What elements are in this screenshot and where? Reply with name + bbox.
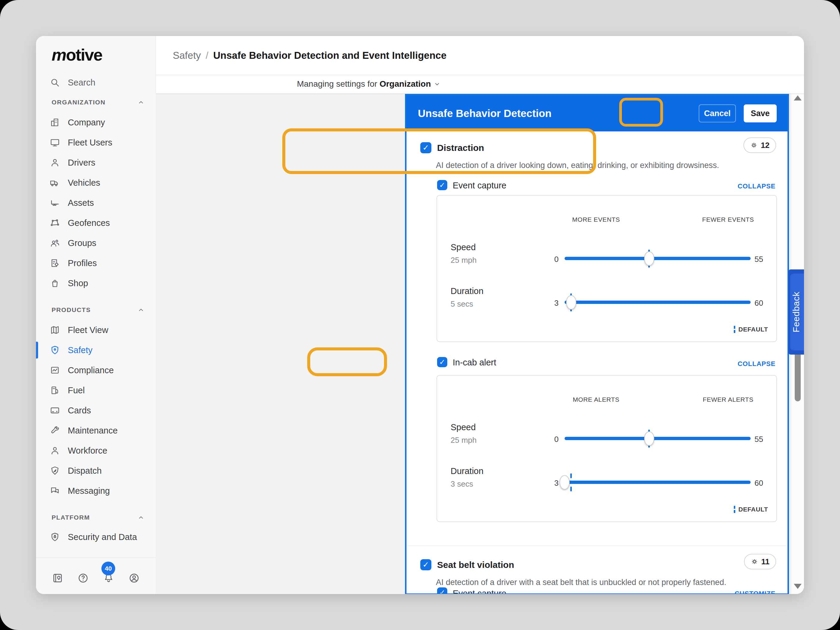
seat-belt-checkbox[interactable]: ✓: [420, 559, 431, 570]
breadcrumb-separator: /: [206, 50, 208, 61]
cancel-button[interactable]: Cancel: [699, 104, 736, 122]
compass-shield-icon: [50, 466, 60, 476]
truck-icon: [50, 178, 60, 188]
logbook-button[interactable]: [51, 572, 64, 585]
chevron-up-icon: [137, 306, 145, 314]
section-label: PLATFORM: [52, 514, 90, 521]
sidebar-item-maintenance[interactable]: Maintenance: [50, 422, 151, 439]
seat-belt-event-capture-checkbox[interactable]: ✓: [437, 587, 447, 594]
duration-slider-track[interactable]: [565, 481, 751, 484]
document-gear-icon: [50, 258, 60, 268]
duration-label: Duration: [451, 286, 483, 296]
sidebar-item-safety[interactable]: Safety: [50, 342, 151, 358]
speed-slider-handle[interactable]: [644, 431, 654, 446]
panel-title: Unsafe Behavior Detection: [418, 107, 551, 119]
help-button[interactable]: [76, 572, 90, 585]
speed-value: 25 mph: [451, 256, 477, 265]
more-alerts-header: MORE ALERTS: [551, 396, 641, 403]
sidebar-item-workforce[interactable]: Workforce: [50, 442, 151, 459]
speed-slider-track[interactable]: [565, 437, 751, 440]
sidebar-item-label: Messaging: [68, 486, 110, 496]
sidebar-section-products[interactable]: PRODUCTS: [52, 305, 145, 314]
content-area: Unsafe Behavior Detection Cancel Save ✓ …: [156, 93, 804, 594]
duration-slider-track[interactable]: [565, 301, 751, 304]
section-divider: [406, 545, 788, 546]
sidebar-item-label: Geofences: [68, 218, 110, 228]
sidebar-item-fuel[interactable]: Fuel: [50, 382, 151, 399]
breadcrumb-parent[interactable]: Safety: [173, 50, 201, 61]
settings-scope-selector[interactable]: Managing settings for Organization: [285, 79, 453, 89]
sidebar-item-company[interactable]: Company: [50, 114, 151, 131]
person-icon: [50, 158, 60, 168]
sidebar-item-vehicles[interactable]: Vehicles: [50, 174, 151, 191]
notification-count-badge: 40: [101, 562, 115, 575]
sidebar-section-organization[interactable]: ORGANIZATION: [52, 98, 145, 107]
sidebar-item-groups[interactable]: Groups: [50, 235, 151, 251]
sidebar-item-geofences[interactable]: Geofences: [50, 215, 151, 231]
duration-min-label: 3: [538, 298, 559, 308]
sidebar-item-label: Company: [68, 118, 105, 128]
feedback-tab[interactable]: Feedback: [788, 269, 804, 355]
distraction-settings-badge[interactable]: 12: [744, 137, 776, 153]
settings-count: 12: [761, 141, 769, 150]
map-book-icon: [52, 572, 63, 584]
active-indicator: [36, 342, 38, 358]
sidebar-section-platform[interactable]: PLATFORM: [52, 513, 145, 522]
distraction-checkbox[interactable]: ✓: [420, 142, 431, 153]
sidebar-item-label: Compliance: [68, 365, 114, 375]
app-window: mmotiveotive Search ORGANIZATION Company…: [36, 36, 804, 594]
sidebar-item-fleet-users[interactable]: Fleet Users: [50, 134, 151, 151]
seat-belt-customize-link[interactable]: CUSTOMIZE: [735, 590, 775, 594]
sidebar-search[interactable]: Search: [50, 74, 151, 91]
polygon-icon: [50, 218, 60, 228]
speed-slider-handle[interactable]: [644, 251, 654, 266]
help-circle-icon: [77, 572, 89, 584]
sidebar-item-label: Fleet View: [68, 325, 108, 335]
duration-max-label: 60: [755, 478, 763, 488]
settings-scope-value: Organization: [379, 79, 431, 88]
default-indicator: DEFAULT: [734, 506, 768, 513]
building-icon: [50, 117, 60, 128]
sidebar-search-label: Search: [68, 78, 95, 88]
sidebar-item-compliance[interactable]: Compliance: [50, 362, 151, 379]
sidebar-item-security-and-data[interactable]: Security and Data: [50, 529, 151, 545]
event-capture-collapse-link[interactable]: COLLAPSE: [738, 182, 775, 190]
default-label: DEFAULT: [738, 326, 768, 333]
default-marker-icon: [734, 506, 735, 513]
sidebar-item-profiles[interactable]: Profiles: [50, 255, 151, 272]
shield-lock-icon: [50, 532, 60, 542]
account-button[interactable]: [128, 572, 141, 585]
duration-slider-handle[interactable]: [566, 295, 576, 309]
sidebar-item-dispatch[interactable]: Dispatch: [50, 462, 151, 479]
checkmark-icon: ✓: [423, 143, 429, 152]
sidebar-item-fleet-view[interactable]: Fleet View: [50, 322, 151, 338]
in-cab-alert-checkbox[interactable]: ✓: [437, 357, 447, 367]
scrollbar-down-arrow[interactable]: [794, 584, 802, 589]
duration-slider-handle[interactable]: [559, 475, 570, 489]
event-capture-label: Event capture: [453, 181, 507, 191]
sidebar-item-label: Shop: [68, 278, 88, 288]
speed-slider-track[interactable]: [565, 257, 751, 260]
scrollbar-up-arrow[interactable]: [794, 95, 802, 101]
distraction-title: Distraction: [437, 143, 484, 153]
chart-doc-icon: [50, 365, 60, 375]
checkmark-icon: ✓: [439, 358, 445, 366]
in-cab-collapse-link[interactable]: COLLAPSE: [738, 360, 775, 368]
sidebar-item-label: Security and Data: [68, 532, 137, 542]
sidebar-item-cards[interactable]: Cards: [50, 402, 151, 419]
sidebar-item-assets[interactable]: Assets: [50, 194, 151, 211]
gear-icon: [750, 141, 758, 149]
duration-value: 3 secs: [451, 479, 473, 489]
motive-logo: mmotiveotive: [52, 45, 102, 65]
event-capture-checkbox[interactable]: ✓: [437, 180, 447, 190]
chevron-up-icon: [137, 513, 145, 521]
sidebar-item-label: Fleet Users: [68, 138, 112, 148]
speed-max-label: 55: [755, 435, 763, 444]
sidebar-item-shop[interactable]: Shop: [50, 275, 151, 292]
save-button[interactable]: Save: [744, 104, 777, 122]
seat-belt-settings-badge[interactable]: 11: [744, 554, 777, 569]
chevron-down-icon: [433, 80, 441, 88]
sidebar-item-drivers[interactable]: Drivers: [50, 154, 151, 171]
sidebar-divider: [36, 557, 156, 558]
sidebar-item-messaging[interactable]: Messaging: [50, 482, 151, 499]
